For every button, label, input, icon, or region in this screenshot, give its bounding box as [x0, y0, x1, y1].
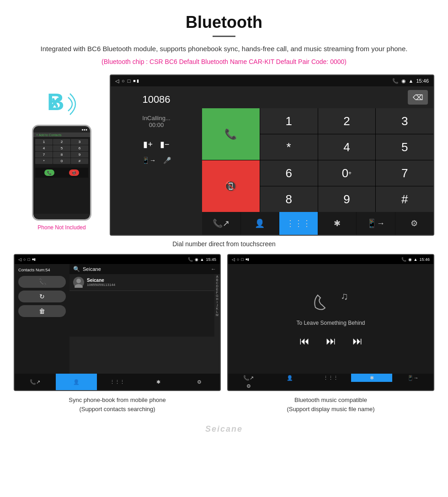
numpad-9[interactable]: 9 — [318, 186, 376, 212]
bottom-captions: Sync phone-book from mobile phone (Suppo… — [0, 396, 448, 413]
contacts-tab-calls[interactable]: 📞↗ — [15, 374, 56, 390]
transfer-button[interactable]: 📱→ — [142, 157, 156, 164]
music-tab-numpad[interactable]: ⋮⋮⋮ — [310, 374, 352, 382]
contacts-phone-icon: 📞 — [188, 257, 193, 262]
contacts-bottom-bar: 📞↗ 👤 ⋮⋮⋮ ✱ ⚙ — [15, 374, 220, 390]
numpad-hash[interactable]: # — [376, 186, 433, 212]
dial-calling-label: InCalling... — [142, 115, 170, 122]
phone-side: ✗ B ●●● + Add to Contacts 1 2 — [14, 74, 110, 231]
numpad-0plus[interactable]: 0+ — [318, 160, 376, 186]
contacts-sync-button[interactable]: ↻ — [18, 291, 66, 302]
music-icon-area: ♫ — [309, 287, 353, 314]
phone-mockup: ●●● + Add to Contacts 1 2 3 4 5 6 7 8 9 … — [32, 125, 91, 221]
volume-up-button[interactable]: ▮+ — [143, 139, 153, 149]
numpad-7[interactable]: 7 — [376, 160, 433, 186]
phone-call-button[interactable]: 📞 — [44, 169, 54, 176]
music-tab-settings[interactable]: ⚙ — [228, 382, 269, 390]
bluetooth-signal-icon: ✗ B — [43, 88, 80, 120]
page-title: Bluetooth — [27, 13, 421, 32]
end-button[interactable]: 📵 — [202, 160, 260, 212]
contacts-caption: Sync phone-book from mobile phone (Suppo… — [14, 396, 221, 413]
contacts-recents-icon: □ — [27, 257, 30, 262]
volume-down-button[interactable]: ▮− — [160, 139, 170, 149]
bottom-screens: ◁ ○ □ ■▮ 📞 ◉ ▲ 15:45 Contacts Num:54 📞 ↻… — [0, 254, 448, 391]
dial-tab-numpad[interactable]: ⋮⋮⋮ — [279, 212, 318, 235]
music-tab-transfer[interactable]: 📱→ — [392, 374, 433, 382]
svg-text:♫: ♫ — [341, 291, 348, 302]
contacts-tab-contacts[interactable]: 👤 — [56, 374, 97, 390]
contact-avatar — [73, 277, 84, 288]
numpad-6[interactable]: 6 — [260, 160, 318, 186]
phone-screen: 1 2 3 4 5 6 7 8 9 * 0 # 📞 📵 — [33, 137, 90, 214]
contacts-search-bar: 🔍 Seicane ← — [69, 264, 220, 274]
music-tab-contacts[interactable]: 👤 — [269, 374, 310, 382]
call-button[interactable]: 📞 — [202, 108, 260, 160]
header-specs: (Bluetooth chip : CSR BC6 Default Blueto… — [27, 58, 421, 65]
phone-end-button[interactable]: 📵 — [69, 169, 79, 176]
contacts-media-icon: ■▮ — [32, 258, 36, 261]
contacts-body: Contacts Num:54 📞 ↻ 🗑 🔍 Seicane ← — [15, 264, 220, 374]
status-time: 15:46 — [416, 78, 429, 84]
dial-content: 10086 InCalling... 00:00 ▮+ ▮− 📱→ 🎤 ⌫ — [111, 86, 433, 235]
contacts-home-icon: ○ — [23, 257, 26, 262]
contacts-sidebar: Contacts Num:54 📞 ↻ 🗑 — [15, 264, 69, 374]
numpad-8[interactable]: 8 — [260, 186, 318, 212]
music-note-svg: ♫ — [340, 289, 353, 302]
numpad-star[interactable]: * — [260, 134, 318, 160]
back-icon: ◁ — [115, 78, 119, 84]
dial-tab-transfer[interactable]: 📱→ — [357, 212, 395, 235]
dial-tab-bluetooth[interactable]: ✱ — [318, 212, 357, 235]
numpad-2[interactable]: 2 — [318, 108, 376, 134]
numpad-5[interactable]: 5 — [376, 134, 433, 160]
location-icon: ◉ — [401, 78, 406, 84]
music-next-button[interactable]: ⏭ — [352, 335, 363, 347]
contacts-tab-settings[interactable]: ⚙ — [179, 374, 220, 390]
dial-call-time: 00:00 — [149, 122, 164, 128]
page-header: Bluetooth Integrated with BC6 Bluetooth … — [0, 0, 448, 70]
watermark: Seicane — [0, 423, 448, 437]
music-prev-button[interactable]: ⏮ — [299, 335, 309, 347]
dial-tab-contacts[interactable]: 👤 — [241, 212, 279, 235]
music-media-icon: ■▮ — [245, 258, 249, 261]
dial-right-panel: ⌫ 1 2 3 * 📞 4 5 6 0+ 📵 — [202, 86, 433, 235]
phone-not-included-label: Phone Not Included — [37, 224, 85, 231]
music-location-icon: ◉ — [408, 257, 412, 262]
contacts-backspace[interactable]: ← — [211, 266, 216, 272]
mute-button[interactable]: 🎤 — [163, 157, 171, 164]
music-wifi-icon: ▲ — [414, 257, 418, 262]
call-icon: 📞 — [224, 128, 237, 140]
music-time: 15:46 — [419, 257, 430, 262]
dial-bottom-bar: 📞↗ 👤 ⋮⋮⋮ ✱ 📱→ ⚙ — [202, 212, 433, 235]
contacts-search-input[interactable]: Seicane — [83, 266, 208, 272]
contacts-tab-numpad[interactable]: ⋮⋮⋮ — [97, 374, 138, 390]
music-tab-bluetooth[interactable]: ✱ — [351, 374, 392, 382]
bluetooth-svg: B — [43, 88, 80, 120]
dial-backspace-button[interactable]: ⌫ — [408, 90, 428, 105]
contacts-tab-bluetooth[interactable]: ✱ — [138, 374, 179, 390]
contacts-delete-button[interactable]: 🗑 — [18, 305, 66, 317]
contacts-call-button[interactable]: 📞 — [18, 276, 66, 288]
music-controls: ⏮ ⏭ ⏭ — [299, 335, 363, 347]
phone-status-icon: 📞 — [392, 78, 399, 84]
contact-item-seicane[interactable]: Seicane 10655059113144 — [69, 274, 214, 291]
svg-point-1 — [76, 279, 81, 283]
svg-point-2 — [75, 284, 83, 288]
music-phone-svg — [309, 287, 336, 314]
numpad-4[interactable]: 4 — [318, 134, 376, 160]
dial-action-buttons: 📱→ 🎤 — [142, 157, 171, 164]
numpad-3[interactable]: 3 — [376, 108, 433, 134]
contacts-status-bar: ◁ ○ □ ■▮ 📞 ◉ ▲ 15:45 — [15, 255, 220, 264]
contact-info: Seicane 10655059113144 — [87, 278, 115, 287]
dial-number: 10086 — [142, 94, 170, 106]
music-phone-icon: 📞 — [401, 257, 406, 262]
dial-tab-settings[interactable]: ⚙ — [395, 212, 434, 235]
music-back-icon: ◁ — [232, 257, 235, 262]
music-tab-calls[interactable]: 📞↗ — [228, 374, 269, 382]
contacts-location-icon: ◉ — [195, 257, 198, 262]
numpad-1[interactable]: 1 — [260, 108, 318, 134]
header-divider — [213, 36, 235, 37]
dial-tab-calls[interactable]: 📞↗ — [202, 212, 240, 235]
contact-name: Seicane — [87, 278, 115, 283]
music-play-button[interactable]: ⏭ — [326, 335, 336, 347]
wifi-icon: ▲ — [409, 78, 414, 84]
